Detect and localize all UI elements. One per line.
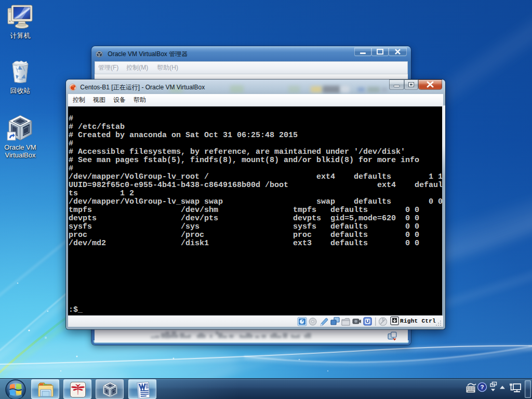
svg-text:?: ? (480, 384, 484, 390)
